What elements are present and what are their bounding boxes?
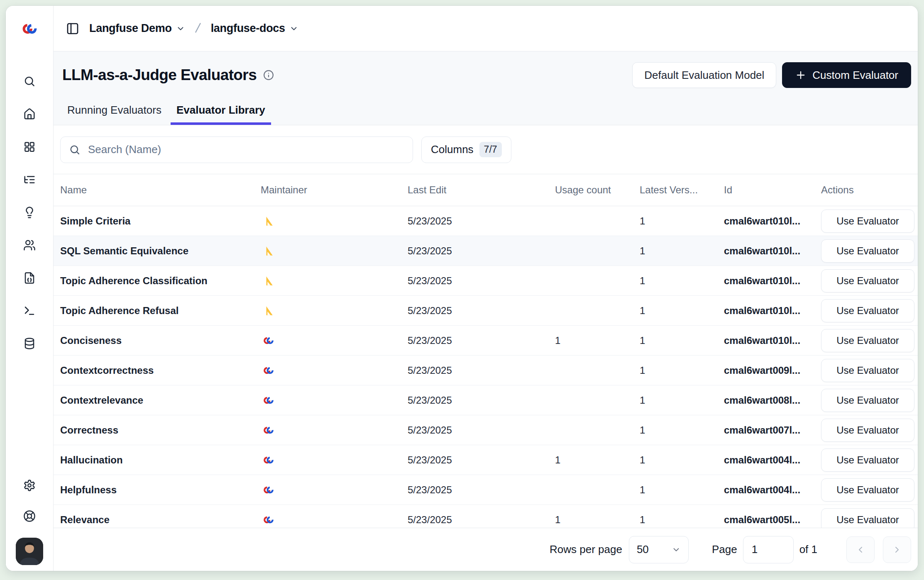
sidebar-terminal-icon[interactable] xyxy=(20,302,39,320)
latest-version: 1 xyxy=(640,335,724,346)
search-input[interactable] xyxy=(88,143,404,156)
use-evaluator-button[interactable]: Use Evaluator xyxy=(821,239,914,263)
ragas-maintainer-icon xyxy=(263,275,274,286)
sidebar-list-tree-icon[interactable] xyxy=(20,171,39,189)
last-edit: 5/23/2025 xyxy=(408,424,555,436)
use-evaluator-button[interactable]: Use Evaluator xyxy=(821,269,914,292)
sidebar-bottom xyxy=(16,476,43,571)
sidebar-file-json-icon[interactable] xyxy=(20,269,39,287)
sidebar-toggle-icon[interactable] xyxy=(64,19,82,38)
table-row[interactable]: Relevance 5/23/2025 1 1 cmal6wart005l...… xyxy=(54,505,918,528)
evaluator-id: cmal6wart004l... xyxy=(724,484,821,496)
topbar: Langfuse Demo langfuse-docs xyxy=(54,6,918,51)
evaluator-id: cmal6wart007l... xyxy=(724,424,821,436)
table-row[interactable]: Contextrelevance 5/23/2025 1 cmal6wart00… xyxy=(54,385,918,415)
table-row[interactable]: SQL Semantic Equivalence 5/23/2025 1 cma… xyxy=(54,236,918,266)
organization-selector[interactable]: Langfuse Demo xyxy=(89,22,185,35)
settings-gear-icon[interactable] xyxy=(20,476,39,495)
column-header-name: Name xyxy=(60,184,261,196)
evaluator-id: cmal6wart010l... xyxy=(724,275,821,287)
support-life-buoy-icon[interactable] xyxy=(20,507,39,525)
tab-running-evaluators[interactable]: Running Evaluators xyxy=(61,104,167,125)
sidebar-lightbulb-icon[interactable] xyxy=(20,203,39,222)
latest-version: 1 xyxy=(640,245,724,257)
maintainer-cell xyxy=(263,485,408,495)
table-row[interactable]: Simple Criteria 5/23/2025 1 cmal6wart010… xyxy=(54,206,918,236)
use-evaluator-button[interactable]: Use Evaluator xyxy=(821,508,914,528)
project-selector[interactable]: langfuse-docs xyxy=(211,22,298,35)
sidebar-users-icon[interactable] xyxy=(20,236,39,254)
maintainer-cell xyxy=(263,335,408,346)
last-edit: 5/23/2025 xyxy=(408,484,555,496)
sidebar xyxy=(6,6,54,571)
table-toolbar: Columns 7/7 xyxy=(54,125,918,174)
rows-per-page-value: 50 xyxy=(637,543,649,556)
default-evaluation-model-button[interactable]: Default Evaluation Model xyxy=(632,62,776,88)
main-area: Langfuse Demo langfuse-docs LLM-as-a-Jud… xyxy=(54,6,918,571)
maintainer-cell xyxy=(263,455,408,465)
sidebar-home-icon[interactable] xyxy=(20,105,39,123)
latest-version: 1 xyxy=(640,305,724,317)
maintainer-cell xyxy=(263,425,408,436)
last-edit: 5/23/2025 xyxy=(408,275,555,287)
evaluator-name: Conciseness xyxy=(60,335,261,346)
table-row[interactable]: Hallucination 5/23/2025 1 1 cmal6wart004… xyxy=(54,445,918,475)
ragas-maintainer-icon xyxy=(263,305,274,316)
column-header-usage-count: Usage count xyxy=(555,184,640,196)
evaluator-id: cmal6wart010l... xyxy=(724,305,821,317)
chevron-down-icon xyxy=(176,24,185,33)
use-evaluator-button[interactable]: Use Evaluator xyxy=(821,448,914,472)
next-page-button[interactable] xyxy=(883,536,911,563)
columns-label: Columns xyxy=(431,143,474,156)
evaluator-name: SQL Semantic Equivalence xyxy=(60,245,261,257)
search-box xyxy=(60,136,413,163)
sidebar-nav xyxy=(20,72,39,353)
evaluator-id: cmal6wart008l... xyxy=(724,395,821,406)
column-header-id: Id xyxy=(724,184,821,196)
page-label: Page xyxy=(712,543,737,556)
table-row[interactable]: Topic Adherence Classification 5/23/2025… xyxy=(54,266,918,296)
columns-button[interactable]: Columns 7/7 xyxy=(421,136,511,163)
app-window: Langfuse Demo langfuse-docs LLM-as-a-Jud… xyxy=(6,6,918,571)
latest-version: 1 xyxy=(640,454,724,466)
latest-version: 1 xyxy=(640,215,724,227)
evaluator-name: Simple Criteria xyxy=(60,215,261,227)
use-evaluator-button[interactable]: Use Evaluator xyxy=(821,389,914,412)
table-row[interactable]: Contextcorrectness 5/23/2025 1 cmal6wart… xyxy=(54,356,918,385)
rows-per-page-select[interactable]: 50 xyxy=(629,536,689,563)
custom-evaluator-label: Custom Evaluator xyxy=(812,69,898,82)
use-evaluator-button[interactable]: Use Evaluator xyxy=(821,329,914,352)
evaluator-id: cmal6wart010l... xyxy=(724,245,821,257)
table-row[interactable]: Conciseness 5/23/2025 1 1 cmal6wart010l.… xyxy=(54,326,918,356)
custom-evaluator-button[interactable]: Custom Evaluator xyxy=(782,62,911,88)
info-icon[interactable] xyxy=(263,69,276,81)
sidebar-database-icon[interactable] xyxy=(20,334,39,353)
last-edit: 5/23/2025 xyxy=(408,454,555,466)
use-evaluator-button[interactable]: Use Evaluator xyxy=(821,478,914,502)
tab-evaluator-library[interactable]: Evaluator Library xyxy=(171,104,271,125)
use-evaluator-button[interactable]: Use Evaluator xyxy=(821,419,914,442)
langfuse-maintainer-icon xyxy=(263,425,274,436)
latest-version: 1 xyxy=(640,395,724,406)
sidebar-dashboard-icon[interactable] xyxy=(20,138,39,156)
previous-page-button[interactable] xyxy=(846,536,875,563)
table-row[interactable]: Correctness 5/23/2025 1 cmal6wart007l...… xyxy=(54,415,918,445)
use-evaluator-button[interactable]: Use Evaluator xyxy=(821,359,914,382)
maintainer-cell xyxy=(263,246,408,256)
sidebar-search-icon[interactable] xyxy=(20,72,39,90)
desktop-background: Langfuse Demo langfuse-docs LLM-as-a-Jud… xyxy=(0,0,924,580)
table-row[interactable]: Helpfulness 5/23/2025 1 cmal6wart004l...… xyxy=(54,475,918,505)
use-evaluator-button[interactable]: Use Evaluator xyxy=(821,210,914,233)
usage-count: 1 xyxy=(555,454,640,466)
langfuse-maintainer-icon xyxy=(263,455,274,465)
last-edit: 5/23/2025 xyxy=(408,365,555,376)
rows-per-page-label: Rows per page xyxy=(550,543,622,556)
ragas-maintainer-icon xyxy=(263,246,274,256)
latest-version: 1 xyxy=(640,275,724,287)
page-number-input[interactable] xyxy=(743,536,794,563)
use-evaluator-button[interactable]: Use Evaluator xyxy=(821,299,914,322)
table-row[interactable]: Topic Adherence Refusal 5/23/2025 1 cmal… xyxy=(54,296,918,326)
last-edit: 5/23/2025 xyxy=(408,514,555,526)
user-avatar[interactable] xyxy=(16,538,43,565)
maintainer-cell xyxy=(263,275,408,286)
